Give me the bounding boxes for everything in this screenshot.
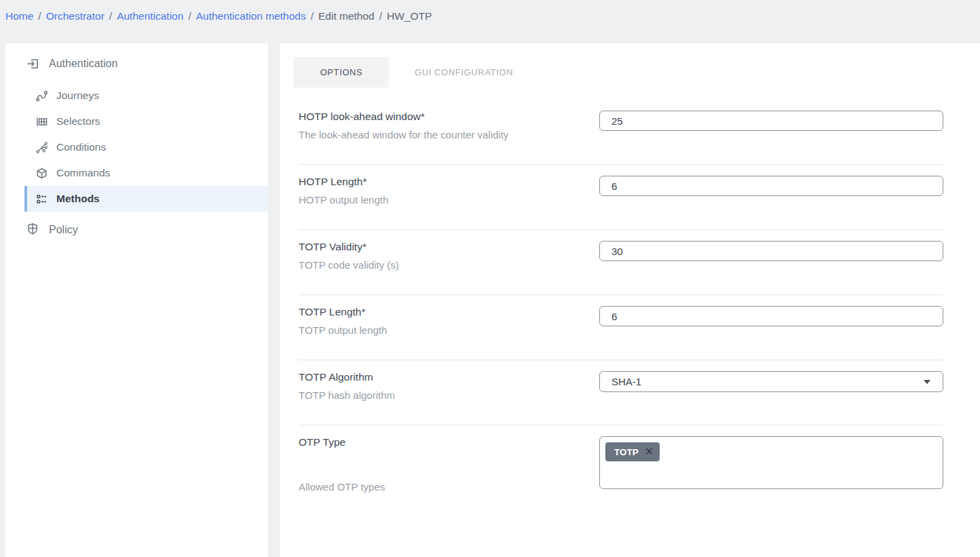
totp-algorithm-select[interactable]: SHA-1 xyxy=(599,371,943,392)
field-label: TOTP Length* xyxy=(299,306,599,318)
sidebar-item-commands[interactable]: Commands xyxy=(24,160,268,186)
tag-label: TOTP xyxy=(614,447,639,457)
field-help: The look-ahead window for the counter va… xyxy=(299,129,599,140)
form-row-totp-algorithm: TOTP Algorithm TOTP hash algorithm SHA-1 xyxy=(299,360,943,425)
tab-options[interactable]: OPTIONS xyxy=(294,57,389,88)
sidebar: Authentication Journeys xyxy=(5,43,268,557)
hotp-length-input[interactable] xyxy=(599,176,943,196)
sidebar-sub-list: Journeys Selectors xyxy=(5,83,268,212)
sidebar-item-conditions[interactable]: Conditions xyxy=(24,134,268,160)
login-icon xyxy=(26,57,39,71)
field-help: TOTP hash algorithm xyxy=(299,389,599,401)
sidebar-section-label: Authentication xyxy=(49,58,117,70)
breadcrumb-method-name: HW_OTP xyxy=(387,10,432,22)
chevron-down-icon xyxy=(924,380,930,384)
journey-path-icon xyxy=(35,90,48,102)
field-help: TOTP code validity (s) xyxy=(299,259,599,271)
main-panel: OPTIONS GUI CONFIGURATION HOTP look-ahea… xyxy=(280,43,980,557)
content-area: Authentication Journeys xyxy=(5,43,980,557)
sidebar-item-journeys[interactable]: Journeys xyxy=(24,83,268,109)
field-label: HOTP Length* xyxy=(299,176,599,188)
tag-totp: TOTP ✕ xyxy=(605,442,660,461)
breadcrumb-link-authentication[interactable]: Authentication xyxy=(117,10,183,22)
totp-validity-input[interactable] xyxy=(599,241,943,261)
field-help: HOTP output length xyxy=(299,194,599,206)
field-label: OTP Type xyxy=(299,436,599,448)
sidebar-item-label: Commands xyxy=(56,167,110,179)
field-help: Allowed OTP types xyxy=(299,481,599,493)
breadcrumb-separator: / xyxy=(38,10,41,22)
sidebar-section-policy[interactable]: Policy xyxy=(5,217,268,243)
hotp-lookahead-input[interactable] xyxy=(599,111,943,131)
field-label: TOTP Validity* xyxy=(299,241,599,253)
sidebar-section-authentication[interactable]: Authentication xyxy=(5,57,268,71)
sidebar-item-selectors[interactable]: Selectors xyxy=(24,109,268,134)
sidebar-item-label: Selectors xyxy=(56,115,100,128)
breadcrumb: Home/Orchestrator/Authentication/Authent… xyxy=(0,0,980,43)
field-help: TOTP output length xyxy=(299,324,599,336)
otp-type-tags-input[interactable]: TOTP ✕ xyxy=(599,436,943,489)
form-row-totp-length: TOTP Length* TOTP output length xyxy=(299,295,943,360)
breadcrumb-edit-method: Edit method xyxy=(318,10,375,22)
sidebar-item-label: Journeys xyxy=(56,90,99,102)
field-label: HOTP look-ahead window* xyxy=(299,111,599,123)
sidebar-section-label: Policy xyxy=(49,224,78,236)
table-icon xyxy=(35,115,48,128)
tab-gui-configuration[interactable]: GUI CONFIGURATION xyxy=(415,67,513,77)
breadcrumb-separator: / xyxy=(109,10,112,22)
breadcrumb-link-authentication-methods[interactable]: Authentication methods xyxy=(196,10,306,22)
shield-icon xyxy=(26,222,39,238)
branch-nodes-icon xyxy=(35,141,48,154)
field-label: TOTP Algorithm xyxy=(299,371,599,383)
tab-bar: OPTIONS GUI CONFIGURATION xyxy=(294,57,980,88)
selected-option-label: SHA-1 xyxy=(611,376,641,387)
remove-tag-icon[interactable]: ✕ xyxy=(645,446,654,457)
breadcrumb-separator: / xyxy=(311,10,314,22)
sidebar-item-label: Conditions xyxy=(56,141,106,153)
cube-icon xyxy=(35,167,48,180)
form-row-hotp-length: HOTP Length* HOTP output length xyxy=(299,165,943,230)
form-row-hotp-lookahead: HOTP look-ahead window* The look-ahead w… xyxy=(299,100,943,165)
breadcrumb-link-orchestrator[interactable]: Orchestrator xyxy=(46,10,105,22)
breadcrumb-separator: / xyxy=(379,10,382,22)
form-row-totp-validity: TOTP Validity* TOTP code validity (s) xyxy=(299,230,943,295)
totp-length-input[interactable] xyxy=(599,306,943,326)
breadcrumb-link-home[interactable]: Home xyxy=(5,10,33,22)
dots-grid-icon xyxy=(35,193,48,206)
form-row-otp-type: OTP Type Allowed OTP types TOTP ✕ xyxy=(299,425,943,493)
breadcrumb-separator: / xyxy=(188,10,191,22)
sidebar-item-methods[interactable]: Methods xyxy=(24,186,268,212)
sidebar-item-label: Methods xyxy=(56,193,100,205)
options-form: HOTP look-ahead window* The look-ahead w… xyxy=(299,100,943,493)
